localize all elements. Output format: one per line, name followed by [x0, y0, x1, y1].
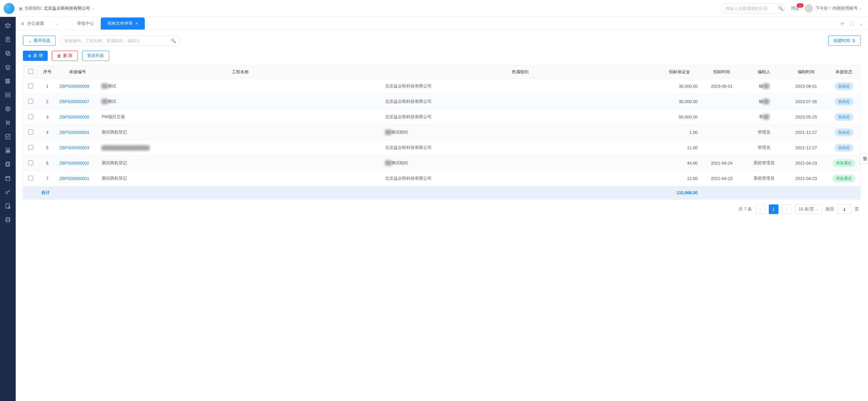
- svg-point-11: [7, 122, 8, 123]
- close-icon[interactable]: ✕: [135, 22, 138, 26]
- cell-author: 李██: [743, 110, 785, 125]
- sidebar-books-icon[interactable]: [4, 78, 11, 85]
- cell-id-link[interactable]: ZBPS00000002: [59, 161, 89, 165]
- sidebar-document-icon[interactable]: [4, 36, 11, 43]
- table-row[interactable]: 4 ZBPS00000004 测试商机登记 ██测试组织 1.00 管理员 20…: [23, 125, 861, 140]
- sidebar-chart-icon[interactable]: [4, 133, 11, 140]
- svg-rect-15: [8, 150, 8, 152]
- svg-rect-6: [6, 93, 10, 94]
- refresh-icon[interactable]: ⟳: [841, 21, 844, 26]
- filter-input[interactable]: [64, 38, 171, 43]
- status-badge: 自由态: [835, 128, 854, 136]
- sidebar-target-icon[interactable]: [4, 105, 11, 112]
- table-row[interactable]: 1 ZBPS00000008 ██测试 北京益企联科技有限公司 30,000.0…: [23, 79, 861, 94]
- messages-badge: 11: [797, 3, 803, 7]
- sort-icon: ⇅: [852, 38, 856, 43]
- toolbar-row-2: ⊕ 新 增 🗑 删 除 暂存列表: [23, 51, 861, 61]
- svg-rect-1: [6, 51, 9, 54]
- row-checkbox[interactable]: [28, 130, 33, 134]
- chevron-down-icon[interactable]: ⌄: [91, 6, 94, 10]
- sidebar-layers-icon[interactable]: [4, 64, 11, 70]
- table-row[interactable]: 3 ZBPS00000006 PM项目立项 北京益企联科技有限公司 50,000…: [23, 110, 861, 125]
- delete-button[interactable]: 🗑 删 除: [52, 51, 78, 61]
- svg-rect-19: [6, 176, 10, 180]
- status-badge: 审批通过: [832, 175, 855, 182]
- row-checkbox[interactable]: [28, 160, 33, 165]
- row-checkbox[interactable]: [28, 145, 33, 150]
- global-search[interactable]: 🔍: [721, 3, 785, 13]
- row-checkbox[interactable]: [28, 99, 33, 104]
- sidebar-money-icon[interactable]: [4, 119, 11, 126]
- cell-seq: 6: [38, 156, 56, 171]
- select-all-checkbox[interactable]: [28, 69, 33, 74]
- messages-link[interactable]: 消息 11: [791, 6, 799, 11]
- tab-bid-review[interactable]: 招标文件评审 ✕: [101, 18, 145, 30]
- row-checkbox[interactable]: [28, 114, 33, 119]
- sort-button[interactable]: 创建时间 ⇅: [828, 36, 861, 46]
- tab-approval-center[interactable]: 审批中心: [70, 17, 101, 30]
- cell-id-link[interactable]: ZBPS00000004: [59, 130, 89, 135]
- cell-id-link[interactable]: ZBPS00000003: [59, 145, 89, 150]
- cell-bid-date: [701, 140, 743, 156]
- cell-id-link[interactable]: ZBPS00000006: [59, 115, 89, 119]
- cell-org: 北京益企联科技有限公司: [382, 110, 658, 125]
- chevron-down-icon: ⌄: [56, 22, 59, 26]
- search-icon[interactable]: 🔍: [171, 38, 176, 43]
- sidebar-server-icon[interactable]: [4, 92, 11, 98]
- table-row[interactable]: 2 ZBPS00000007 ██测试 北京益企联科技有限公司 30,000.0…: [23, 94, 861, 110]
- search-icon[interactable]: 🔍: [778, 6, 783, 11]
- jump-input[interactable]: [838, 205, 851, 214]
- search-input[interactable]: [725, 6, 778, 11]
- cell-id-link[interactable]: ZBPS00000008: [59, 84, 89, 89]
- cell-create-date: 2021-12-27: [785, 125, 827, 140]
- cell-status: 自由态: [827, 79, 861, 94]
- cell-project: PM项目立项: [99, 110, 382, 125]
- filter-input-wrap[interactable]: 🔍: [60, 36, 180, 46]
- sidebar: [0, 17, 16, 401]
- sidebar-stack-icon[interactable]: [4, 161, 11, 167]
- table-row[interactable]: 6 ZBPS00000002 测试商机登记 ██测试组织 44.00 2021-…: [23, 156, 861, 171]
- row-checkbox[interactable]: [28, 84, 33, 88]
- main: 🖥 办公桌面 ⌄ 审批中心 招标文件评审 ✕ ⟳ ⛶ ⌄ ⌄ 展开筛选: [16, 17, 868, 401]
- cell-author: 管理员: [743, 140, 785, 156]
- fullscreen-icon[interactable]: ⛶: [850, 21, 854, 26]
- plus-icon: ⊕: [28, 53, 31, 58]
- avatar[interactable]: [805, 4, 813, 13]
- cell-deposit: 30,000.00: [658, 94, 701, 110]
- expand-filter-button[interactable]: ⌄ 展开筛选: [23, 36, 56, 46]
- org-name[interactable]: 北京益企联科技有限公司: [44, 6, 90, 11]
- cell-project: 测试商机登记: [99, 156, 382, 171]
- tabs-row: 🖥 办公桌面 ⌄ 审批中心 招标文件评审 ✕ ⟳ ⛶ ⌄: [16, 17, 868, 30]
- page-size-select[interactable]: 10 条/页 ⌄: [795, 205, 822, 214]
- cell-bid-date: [701, 110, 743, 125]
- sidebar-database-icon[interactable]: [4, 216, 11, 223]
- prev-page-button[interactable]: ‹: [755, 205, 765, 214]
- svg-point-9: [7, 107, 9, 110]
- table-row[interactable]: 7 ZBPS00000001 测试商机登记 北京益企联科技有限公司 12.00 …: [23, 171, 861, 186]
- status-badge: 自由态: [835, 113, 854, 121]
- sidebar-box-icon[interactable]: [4, 22, 11, 29]
- cell-seq: 5: [38, 140, 56, 156]
- draft-list-button[interactable]: 暂存列表: [82, 51, 109, 61]
- cell-author: 杨██: [743, 79, 785, 94]
- add-button[interactable]: ⊕ 新 增: [23, 51, 48, 61]
- sidebar-settings-icon[interactable]: [4, 203, 11, 209]
- sidebar-copy-icon[interactable]: [4, 50, 11, 57]
- cell-status: 自由态: [827, 125, 861, 140]
- cell-org: 北京益企联科技有限公司: [382, 79, 658, 94]
- cell-id-link[interactable]: ZBPS00000007: [59, 99, 89, 104]
- user-menu-chevron[interactable]: ⌄: [859, 6, 862, 10]
- cell-id-link[interactable]: ZBPS00000001: [59, 176, 89, 181]
- workspace-selector[interactable]: 🖥 办公桌面 ⌄: [21, 21, 70, 26]
- sidebar-report-icon[interactable]: [4, 147, 11, 154]
- sidebar-key-icon[interactable]: [4, 189, 11, 195]
- cell-seq: 3: [38, 110, 56, 125]
- sidebar-calendar-icon[interactable]: [4, 175, 11, 182]
- chevron-down-icon[interactable]: ⌄: [860, 21, 863, 26]
- svg-rect-5: [9, 79, 10, 83]
- floating-settings-button[interactable]: [860, 154, 868, 163]
- table-row[interactable]: 5 ZBPS00000003 ████████████████ 北京益企联科技有…: [23, 140, 861, 156]
- next-page-button[interactable]: ›: [782, 205, 792, 214]
- row-checkbox[interactable]: [28, 176, 33, 181]
- page-1-button[interactable]: 1: [769, 205, 778, 214]
